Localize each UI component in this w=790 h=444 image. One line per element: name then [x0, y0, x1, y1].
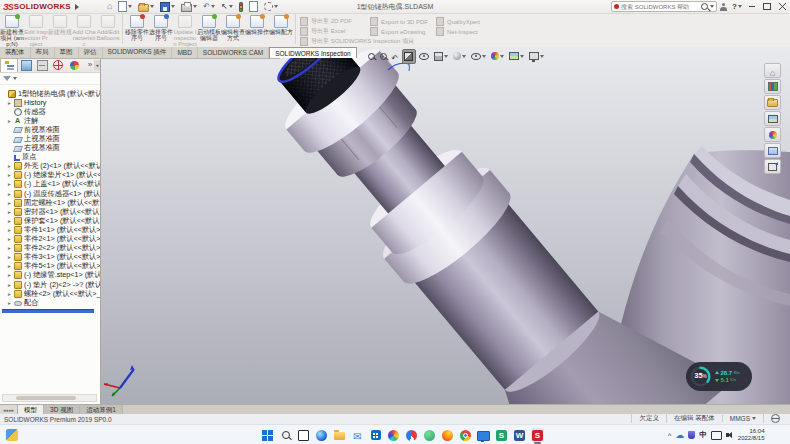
tree-item-component[interactable]: ▸(-) 绝缘垫片<1> (默认<<默认>_显: [0, 171, 100, 180]
network-monitor-overlay[interactable]: 35% 28.7 K/s 5.1 K/s: [686, 362, 752, 391]
tab-solidworks-inspection[interactable]: SOLIDWORKS Inspection: [269, 47, 357, 58]
security-shield-icon[interactable]: [688, 431, 695, 439]
tree-item-right-plane[interactable]: 右视基准面: [0, 144, 100, 153]
edge-button[interactable]: [315, 428, 328, 442]
onedrive-icon[interactable]: [675, 431, 684, 440]
units-selector[interactable]: MMGS: [722, 415, 763, 422]
tab-evaluate[interactable]: 评估: [79, 47, 103, 58]
print-button[interactable]: [179, 1, 199, 12]
green-app-button[interactable]: [423, 428, 436, 442]
wps-button[interactable]: S: [495, 428, 508, 442]
hide-show-items-button[interactable]: [470, 50, 488, 63]
home-button[interactable]: [105, 1, 114, 12]
edit-inspection-method-button[interactable]: 编辑检查方式: [221, 13, 245, 47]
scrollbar-thumb[interactable]: [16, 396, 76, 400]
custom-properties-tab[interactable]: [764, 143, 781, 158]
browser-360-button[interactable]: [405, 428, 418, 442]
tree-item-component[interactable]: ▸螺栓<2> (默认<<默认>_显示状态: [0, 289, 100, 298]
menu-expand-icon[interactable]: [75, 4, 79, 10]
model-canvas[interactable]: [100, 47, 790, 404]
mail-button[interactable]: [351, 428, 364, 442]
apply-scene-button[interactable]: [508, 50, 526, 63]
edit-operation-button[interactable]: 编辑操作: [245, 13, 269, 47]
tree-item-component[interactable]: ▸零件5<1> (默认<<默认>_显示状: [0, 262, 100, 271]
solidworks-forum-tab[interactable]: [764, 159, 781, 174]
word-button[interactable]: W: [513, 428, 526, 442]
select-balloons-button[interactable]: 选择零件序号: [149, 13, 173, 47]
file-explorer-tab[interactable]: [764, 95, 781, 110]
view-palette-tab[interactable]: [764, 111, 781, 126]
close-button[interactable]: [775, 1, 789, 13]
file-explorer-button[interactable]: [333, 428, 346, 442]
tree-item-component[interactable]: ▸零件2<2> (默认<<默认>_显示状: [0, 244, 100, 253]
remove-balloons-button[interactable]: 移除零件序号: [125, 13, 149, 47]
tree-item-component[interactable]: ▸(-) 垫片 (2)<2> ->? (默认<<默认>: [0, 280, 100, 289]
dynamic-annotation-view-button[interactable]: [418, 50, 431, 63]
ime-indicator[interactable]: 中: [699, 430, 707, 440]
rollback-bar[interactable]: [2, 309, 94, 313]
save-button[interactable]: [158, 1, 177, 12]
solidworks-taskbar-button[interactable]: S: [531, 428, 544, 442]
edit-recipe-button[interactable]: 编辑配方: [269, 13, 293, 47]
tree-item-component[interactable]: ▸(-) 温度传感器<1> (默认<<默认>_: [0, 189, 100, 198]
new-inspection-project-button[interactable]: 新建检查项目 (amp;N): [0, 13, 24, 47]
tag-button[interactable]: [763, 414, 787, 423]
configuration-manager-tab[interactable]: [34, 59, 50, 72]
widgets-button[interactable]: [6, 429, 18, 441]
task-view-button[interactable]: [297, 428, 310, 442]
open-button[interactable]: [136, 1, 156, 12]
tree-item-component[interactable]: ▸保护套<1> (默认<<默认>_显示状: [0, 216, 100, 225]
display-style-button[interactable]: [452, 50, 468, 63]
taskbar-search-button[interactable]: [279, 428, 292, 442]
tree-item-front-plane[interactable]: 前视基准面: [0, 125, 100, 134]
restore-button[interactable]: [760, 1, 774, 13]
display-tray-icon[interactable]: [711, 431, 722, 440]
graphics-viewport[interactable]: [100, 47, 790, 404]
tree-item-top-plane[interactable]: 上视基准面: [0, 134, 100, 143]
help-button[interactable]: ?: [730, 1, 744, 12]
tree-item-component[interactable]: ▸零件3<1> (默认<<默认>_显示状: [0, 253, 100, 262]
tree-item-component[interactable]: ▸固定螺栓<1> (默认<<默认>_显示: [0, 198, 100, 207]
start-button[interactable]: [261, 428, 274, 442]
search-input[interactable]: [621, 4, 699, 10]
tab-sketch[interactable]: 草图: [55, 47, 79, 58]
tree-item-component[interactable]: ▸(-) 绝缘管.step<1> (默认<<默认>: [0, 271, 100, 280]
new-document-button[interactable]: [116, 1, 134, 12]
solidworks-resources-tab[interactable]: [764, 63, 781, 78]
firefox-button[interactable]: [441, 428, 454, 442]
options-button[interactable]: [262, 1, 280, 12]
speaker-icon[interactable]: [726, 433, 729, 437]
login-button[interactable]: [718, 1, 729, 12]
display-manager-tab[interactable]: [66, 59, 82, 72]
tree-item-component[interactable]: ▸密封器<1> (默认<<默认>_显示状: [0, 207, 100, 216]
feature-manager-tab[interactable]: [0, 58, 18, 72]
tab-assembly[interactable]: 装配体: [0, 47, 31, 58]
property-manager-tab[interactable]: [18, 59, 34, 72]
tree-item-component[interactable]: ▸零件1<1> (默认<<默认>_显示状态: [0, 225, 100, 234]
select-button[interactable]: [219, 1, 235, 12]
dimxpert-manager-tab[interactable]: [50, 59, 66, 72]
tree-item-sensors[interactable]: 传感器: [0, 107, 100, 116]
launch-template-editor-button[interactable]: 启动模板编辑器: [197, 13, 221, 47]
chrome-button[interactable]: [459, 428, 472, 442]
photos-button[interactable]: [387, 428, 400, 442]
minimize-button[interactable]: [745, 1, 759, 13]
tab-addins[interactable]: SOLIDWORKS 插件: [103, 47, 173, 58]
tree-item-root[interactable]: 1型铂铑热电偶 (默认<默认_显示状态-1: [0, 89, 100, 98]
zoom-to-area-button[interactable]: [378, 50, 388, 63]
zoom-to-fit-button[interactable]: [366, 50, 376, 63]
view-orientation-button[interactable]: [433, 50, 450, 63]
tree-item-component[interactable]: ▸外壳 (2)<1> (默认<<默认>_显示状: [0, 162, 100, 171]
remote-desktop-button[interactable]: [477, 428, 490, 442]
tree-item-annotations[interactable]: ▸注解: [0, 116, 100, 125]
previous-view-button[interactable]: [390, 50, 400, 63]
tree-item-component[interactable]: ▸(-) 上盖<1> (默认<<默认>_显示状: [0, 180, 100, 189]
section-view-button[interactable]: [402, 49, 416, 64]
tab-solidworks-cam[interactable]: SOLIDWORKS CAM: [198, 47, 269, 58]
tree-item-history[interactable]: ▸History: [0, 98, 100, 107]
appearances-scenes-tab[interactable]: [764, 127, 781, 142]
panel-splitter-handle[interactable]: ◂: [94, 60, 100, 70]
tree-item-component[interactable]: ▸零件2<1> (默认<<默认>_显示状: [0, 235, 100, 244]
hidden-icons-button[interactable]: ^: [668, 432, 671, 439]
tree-item-mates[interactable]: ▸配合: [0, 298, 100, 307]
